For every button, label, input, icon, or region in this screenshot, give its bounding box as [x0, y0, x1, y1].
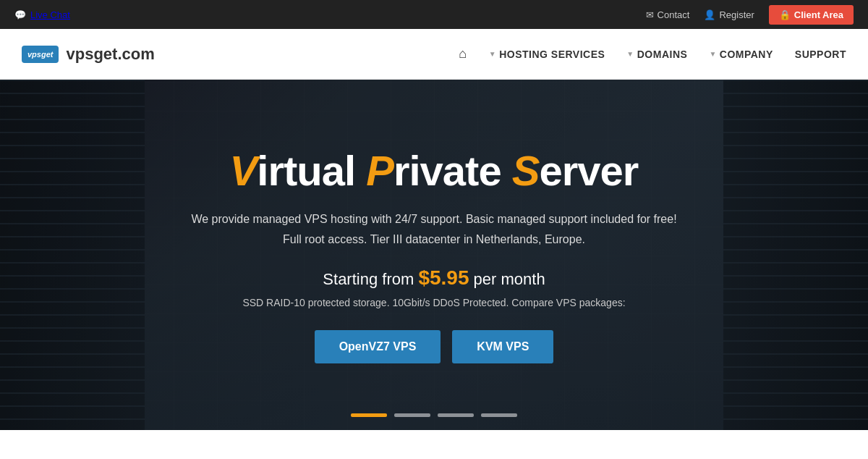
home-icon: ⌂ [459, 46, 467, 62]
slider-dot-3[interactable] [438, 413, 474, 417]
bottom-section: KVM VPS Packages: [0, 430, 868, 459]
chevron-hosting-icon: ▼ [489, 50, 496, 58]
navbar: vpsget vpsget.com ⌂ ▼ HOSTING SERVICES ▼… [0, 29, 868, 80]
chevron-company-icon: ▼ [709, 50, 716, 58]
nav-item-support[interactable]: SUPPORT [795, 49, 846, 60]
hero-section: Virtual Private Server We provide manage… [0, 80, 868, 430]
hero-subtitle: We provide managed VPS hosting with 24/7… [191, 209, 676, 248]
kvm-button[interactable]: KVM VPS [452, 330, 553, 363]
contact-icon: ✉ [646, 9, 654, 20]
topbar-left: 💬 Live Chat [14, 9, 70, 20]
hero-title-s: S [512, 147, 540, 194]
hero-price: $5.95 [418, 266, 469, 289]
hosting-nav-link[interactable]: ▼ HOSTING SERVICES [489, 49, 605, 60]
user-icon: 👤 [704, 9, 715, 20]
nav-item-company[interactable]: ▼ COMPANY [709, 49, 773, 60]
nav-item-domains[interactable]: ▼ DOMAINS [626, 49, 687, 60]
site-name: vpsget.com [66, 45, 154, 64]
hero-content: Virtual Private Server We provide manage… [176, 132, 691, 377]
topbar-right: ✉ Contact 👤 Register 🔒 Client Area [646, 5, 854, 25]
company-nav-link[interactable]: ▼ COMPANY [709, 49, 773, 60]
topbar: 💬 Live Chat ✉ Contact 👤 Register 🔒 Clien… [0, 0, 868, 29]
chat-icon: 💬 [14, 9, 26, 20]
hero-title-v: V [230, 147, 258, 194]
slider-dot-4[interactable] [481, 413, 517, 417]
nav-item-home[interactable]: ⌂ [459, 46, 467, 62]
hero-price-line: Starting from $5.95 per month [191, 266, 676, 290]
home-nav-link[interactable]: ⌂ [459, 46, 467, 62]
support-nav-link[interactable]: SUPPORT [795, 49, 846, 60]
livechat-link[interactable]: Live Chat [30, 9, 70, 20]
lock-icon: 🔒 [779, 9, 791, 20]
slider-dot-2[interactable] [394, 413, 430, 417]
logo-icon: vpsget [22, 46, 59, 63]
logo-area: vpsget vpsget.com [22, 45, 155, 64]
contact-link[interactable]: ✉ Contact [646, 9, 690, 20]
hero-buttons: OpenVZ7 VPS KVM VPS [191, 330, 676, 363]
slider-dots [351, 413, 517, 417]
openvz-button[interactable]: OpenVZ7 VPS [315, 330, 441, 363]
nav-item-hosting[interactable]: ▼ HOSTING SERVICES [489, 49, 605, 60]
chevron-domains-icon: ▼ [626, 50, 634, 58]
nav-menu: ⌂ ▼ HOSTING SERVICES ▼ DOMAINS ▼ COMPANY… [459, 46, 846, 62]
slider-dot-1[interactable] [351, 413, 387, 417]
hero-storage-line: SSD RAID-10 protected storage. 10Gbit/s … [191, 297, 676, 308]
hero-title: Virtual Private Server [191, 146, 676, 195]
register-link[interactable]: 👤 Register [704, 9, 754, 20]
hero-title-p: P [366, 147, 393, 194]
client-area-button[interactable]: 🔒 Client Area [769, 5, 854, 25]
domains-nav-link[interactable]: ▼ DOMAINS [626, 49, 687, 60]
